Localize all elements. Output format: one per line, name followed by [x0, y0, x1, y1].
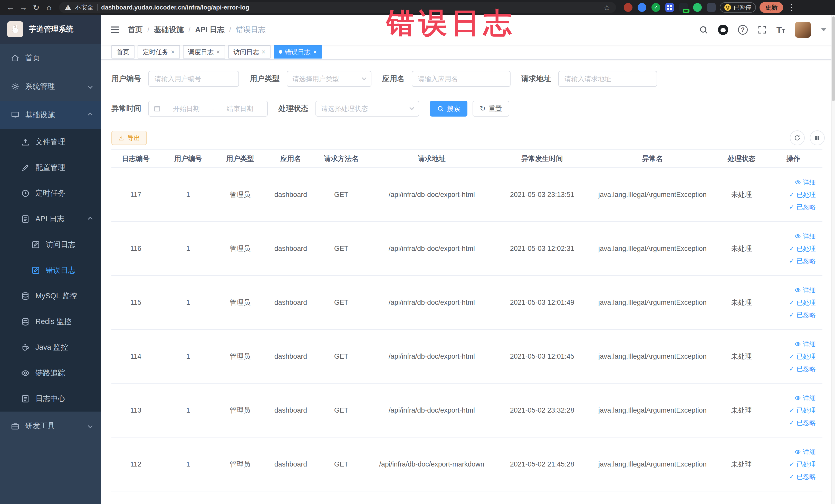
- browser-home-icon[interactable]: ⌂: [43, 2, 56, 13]
- column-settings-button[interactable]: [810, 130, 825, 145]
- help-icon[interactable]: ?: [738, 25, 748, 35]
- sidebar-item-java-monitor[interactable]: Java 监控: [0, 335, 101, 360]
- close-icon[interactable]: ×: [171, 49, 175, 55]
- cell-actions: 详细 ✓已处理 ✓已忽略: [764, 222, 822, 276]
- cell-log-id: 115: [111, 276, 160, 329]
- detail-link[interactable]: 详细: [795, 392, 816, 403]
- detail-link[interactable]: 详细: [795, 339, 816, 349]
- address-bar[interactable]: 不安全 dashboard.yudao.iocoder.cn/infra/log…: [59, 2, 616, 13]
- col-url: 请求地址: [365, 150, 498, 168]
- ignored-label: 已忽略: [796, 311, 816, 319]
- check-icon: ✓: [789, 473, 794, 480]
- process-status-select[interactable]: 请选择处理状态: [315, 101, 419, 117]
- mark-processed-link[interactable]: ✓已处理: [789, 243, 816, 254]
- page-scrollbar[interactable]: [831, 15, 835, 504]
- sidebar-item-api-log[interactable]: API 日志: [0, 206, 101, 232]
- back-icon[interactable]: ←: [4, 2, 17, 13]
- export-button[interactable]: 导出: [111, 131, 147, 145]
- sidebar-item-home[interactable]: 首页: [0, 44, 101, 72]
- mark-ignored-link[interactable]: ✓已忽略: [789, 417, 816, 428]
- sidebar-item-trace[interactable]: 链路追踪: [0, 360, 101, 386]
- extension-icon-1[interactable]: [624, 3, 632, 12]
- detail-link[interactable]: 详细: [795, 177, 816, 188]
- tab-schedule-log[interactable]: 调度日志 ×: [183, 45, 225, 59]
- tab-access-log[interactable]: 访问日志 ×: [228, 45, 270, 59]
- sidebar-item-file-mgmt[interactable]: 文件管理: [0, 129, 101, 155]
- user-id-input[interactable]: [148, 71, 239, 87]
- sidebar-item-dev-tools[interactable]: 研发工具: [0, 411, 101, 440]
- reset-button[interactable]: ↻ 重置: [472, 101, 509, 117]
- mark-processed-link[interactable]: ✓已处理: [789, 459, 816, 469]
- forward-icon[interactable]: →: [17, 2, 30, 13]
- mark-ignored-link[interactable]: ✓已忽略: [789, 202, 816, 212]
- mark-ignored-link[interactable]: ✓已忽略: [789, 363, 816, 374]
- mark-ignored-link[interactable]: ✓已忽略: [789, 309, 816, 320]
- process-status-label: 处理状态: [279, 103, 308, 114]
- mark-processed-link[interactable]: ✓已处理: [789, 405, 816, 416]
- search-button[interactable]: 搜索: [430, 101, 467, 117]
- github-icon[interactable]: [718, 25, 728, 35]
- mark-processed-link[interactable]: ✓已处理: [789, 297, 816, 308]
- caret-down-icon[interactable]: [821, 28, 826, 31]
- sidebar-item-mysql-monitor[interactable]: MySQL 监控: [0, 283, 101, 309]
- extension-icon-3[interactable]: ✓: [651, 3, 660, 12]
- user-type-label: 用户类型: [250, 74, 280, 84]
- mark-ignored-link[interactable]: ✓已忽略: [789, 256, 816, 266]
- breadcrumb-item-api-log[interactable]: API 日志: [195, 25, 224, 35]
- refresh-icon: ↻: [480, 105, 486, 112]
- search-icon[interactable]: [699, 25, 708, 35]
- sidebar-item-infrastructure[interactable]: 基础设施: [0, 101, 101, 129]
- close-icon[interactable]: ×: [217, 49, 220, 55]
- date-range-picker[interactable]: 开始日期 - 结束日期: [148, 101, 268, 117]
- fullscreen-icon[interactable]: [757, 25, 767, 35]
- breadcrumb-item-infra[interactable]: 基础设施: [154, 25, 184, 35]
- sidebar-item-redis-monitor[interactable]: Redis 监控: [0, 309, 101, 335]
- chrome-menu-icon[interactable]: ⋮: [787, 3, 795, 12]
- sidebar-item-system-mgmt[interactable]: 系统管理: [0, 72, 101, 101]
- cell-app-name: dashboard: [264, 168, 317, 222]
- mark-processed-link[interactable]: ✓已处理: [789, 351, 816, 362]
- extension-icon-2[interactable]: [638, 3, 646, 12]
- refresh-table-button[interactable]: [790, 130, 805, 145]
- detail-link[interactable]: 详细: [795, 231, 816, 242]
- paused-badge[interactable]: 已暂停: [720, 2, 756, 13]
- extension-icon-4[interactable]: [665, 3, 674, 12]
- mark-ignored-link[interactable]: ✓已忽略: [789, 471, 816, 482]
- extension-icon-5[interactable]: on: [679, 3, 688, 12]
- user-type-select[interactable]: 请选择用户类型: [287, 71, 371, 87]
- bookmark-star-icon[interactable]: ☆: [604, 3, 610, 12]
- app-logo[interactable]: 芋道管理系统: [0, 15, 101, 44]
- close-icon[interactable]: ×: [313, 49, 317, 55]
- cell-exception: java.lang.IllegalArgumentException: [586, 222, 719, 276]
- tab-scheduled-jobs[interactable]: 定时任务 ×: [138, 45, 180, 59]
- sidebar-item-access-log[interactable]: 访问日志: [0, 232, 101, 258]
- check-icon: ✓: [789, 191, 794, 198]
- extension-icon-7[interactable]: [707, 3, 716, 12]
- detail-label: 详细: [803, 448, 816, 456]
- mark-processed-link[interactable]: ✓已处理: [789, 189, 816, 200]
- update-button[interactable]: 更新: [759, 2, 783, 13]
- breadcrumb-item-home[interactable]: 首页: [128, 25, 143, 35]
- detail-link[interactable]: 详细: [795, 446, 816, 457]
- request-url-input[interactable]: [558, 71, 657, 87]
- sidebar-item-log-center[interactable]: 日志中心: [0, 386, 101, 411]
- user-avatar[interactable]: [795, 22, 811, 38]
- tab-home[interactable]: 首页: [111, 45, 135, 59]
- detail-link[interactable]: 详细: [795, 285, 816, 296]
- sidebar-item-config-mgmt[interactable]: 配置管理: [0, 155, 101, 181]
- tab-label: 错误日志: [285, 48, 311, 56]
- scrollbar-thumb[interactable]: [832, 16, 835, 101]
- extension-icon-6[interactable]: [693, 3, 702, 12]
- app-title: 芋道管理系统: [29, 24, 74, 35]
- reload-icon[interactable]: ↻: [30, 2, 43, 13]
- hamburger-icon[interactable]: [110, 25, 120, 35]
- sidebar-item-scheduled-jobs[interactable]: 定时任务: [0, 181, 101, 206]
- cell-url: /api/infra/db-doc/export-html: [365, 329, 498, 383]
- cell-user-id: 1: [160, 276, 216, 329]
- font-size-icon[interactable]: TT: [776, 25, 785, 34]
- app-name-input[interactable]: [412, 71, 511, 87]
- close-icon[interactable]: ×: [262, 49, 265, 55]
- download-icon: [118, 135, 124, 141]
- sidebar-item-error-log[interactable]: 错误日志: [0, 258, 101, 283]
- tab-error-log[interactable]: 错误日志 ×: [273, 45, 322, 59]
